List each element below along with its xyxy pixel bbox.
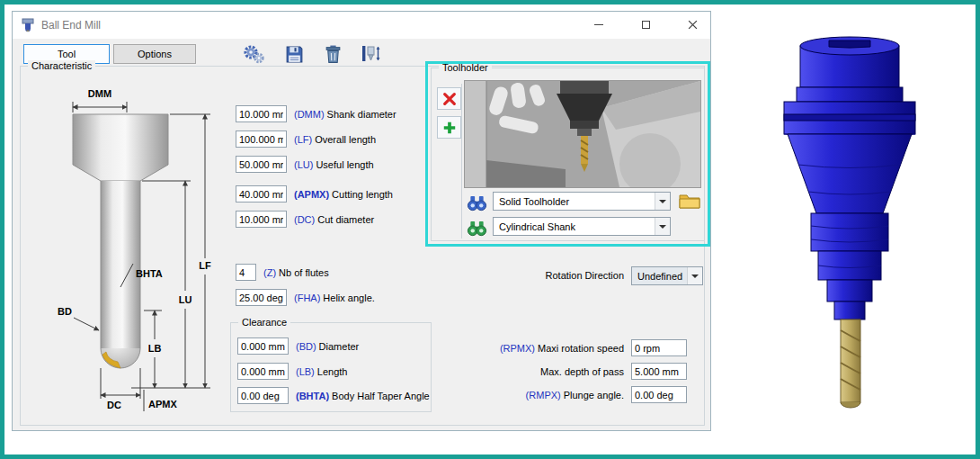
field-code-lf: (LF) xyxy=(294,134,312,145)
overall-length-input[interactable] xyxy=(236,130,287,148)
trash-icon xyxy=(323,44,343,65)
field-text-helix: Helix angle. xyxy=(323,292,374,303)
tab-tool-label: Tool xyxy=(58,49,76,59)
app-icon xyxy=(21,18,35,32)
field-text-dc: Cut diameter xyxy=(317,214,374,225)
toolholder-add-button[interactable] xyxy=(437,116,461,139)
max-depth-of-pass-input[interactable] xyxy=(631,363,687,380)
field-label-flutes: (Z)Nb of flutes xyxy=(263,267,329,278)
gears-icon xyxy=(242,42,265,66)
rmpx-label: (RMPX)Plunge angle. xyxy=(399,390,624,400)
toolholder-divider xyxy=(461,84,462,238)
cut-diameter-input[interactable] xyxy=(236,211,287,228)
field-code-lb: (LB) xyxy=(296,366,315,377)
diagram-label-dc: DC xyxy=(107,400,121,410)
field-label-helix: (FHA)Helix angle. xyxy=(294,292,375,303)
diagram-label-bhta: BHTA xyxy=(136,268,163,279)
body-half-taper-angle-input[interactable] xyxy=(237,387,289,404)
field-text-dmm: Shank diameter xyxy=(327,109,396,120)
red-x-icon xyxy=(442,92,457,106)
binoculars-green-icon xyxy=(466,220,488,237)
shank-select[interactable]: Cylindrical Shank xyxy=(493,217,671,236)
cutting-length-input[interactable] xyxy=(236,185,287,202)
settings-button[interactable] xyxy=(240,41,267,67)
diagram-label-bd: BD xyxy=(58,306,72,317)
shank-browse-button[interactable] xyxy=(465,218,489,238)
toolholder-open-button[interactable] xyxy=(677,190,701,210)
model-viewport[interactable] xyxy=(742,22,967,446)
field-code-dmm: (DMM) xyxy=(294,109,325,120)
maximize-button[interactable] xyxy=(626,12,665,38)
field-row-lb: (LB)Length xyxy=(237,363,347,380)
rotation-direction-select[interactable]: Undefined xyxy=(631,266,703,285)
screenshot-frame: Ball End Mill Tool Options xyxy=(0,0,980,459)
field-text-lu: Useful length xyxy=(316,159,373,170)
field-label-bd: (BD)Diameter xyxy=(296,341,359,352)
plunge-angle-input[interactable] xyxy=(631,386,687,403)
field-label-lu: (LU)Useful length xyxy=(294,159,374,170)
titlebar: Ball End Mill xyxy=(13,12,710,39)
shank-diameter-input[interactable] xyxy=(236,105,287,122)
machine-photo xyxy=(465,81,700,187)
save-button[interactable] xyxy=(281,41,307,67)
field-text-flutes: Nb of flutes xyxy=(279,267,329,278)
tool-dimensions-icon xyxy=(360,43,381,65)
chevron-down-icon xyxy=(655,193,670,210)
field-code-flutes: (Z) xyxy=(263,267,276,278)
tool-diagram: DMM LF LU LB xyxy=(31,82,215,417)
diagram-label-lu: LU xyxy=(179,294,192,305)
field-code-bhta: (BHTA) xyxy=(296,391,329,401)
toolholder-browse-button[interactable] xyxy=(465,193,489,212)
chevron-down-icon xyxy=(687,267,702,284)
field-code-dc: (DC) xyxy=(294,214,315,225)
diagram-label-lf: LF xyxy=(199,260,211,271)
save-icon xyxy=(284,44,305,65)
close-icon xyxy=(688,20,698,30)
field-text-apmx: Cutting length xyxy=(332,189,393,200)
green-plus-icon xyxy=(442,121,457,135)
minimize-button[interactable] xyxy=(579,12,619,38)
max-rotation-speed-input[interactable] xyxy=(631,339,687,356)
tab-options-label: Options xyxy=(138,49,172,59)
toolholder-select[interactable]: Solid Toolholder xyxy=(493,192,671,211)
field-row-lu: (LU)Useful length xyxy=(236,156,374,173)
field-text-lb: Length xyxy=(317,366,348,377)
rpmx-text: Maxi rotation speed xyxy=(538,343,624,354)
clearance-group-label: Clearance xyxy=(238,317,290,328)
flutes-input[interactable] xyxy=(236,264,256,281)
field-row-flutes: (Z)Nb of flutes xyxy=(236,264,329,281)
folder-icon xyxy=(679,192,700,209)
close-button[interactable] xyxy=(673,12,712,38)
delete-button[interactable] xyxy=(319,41,346,67)
rotation-direction-value: Undefined xyxy=(637,271,682,282)
field-row-dc: (DC)Cut diameter xyxy=(236,211,374,228)
field-row-bd: (BD)Diameter xyxy=(237,338,359,355)
clearance-diameter-input[interactable] xyxy=(237,338,289,355)
field-label-dmm: (DMM)Shank diameter xyxy=(294,109,396,120)
helix-angle-input[interactable] xyxy=(236,289,287,306)
characteristic-group-label: Characteristic xyxy=(28,60,95,72)
toolholder-group-label: Toolholder xyxy=(439,62,492,74)
field-code-lu: (LU) xyxy=(294,159,313,170)
tab-options[interactable]: Options xyxy=(113,44,196,64)
tool-data-button[interactable] xyxy=(357,41,384,67)
ball-end-mill-dialog: Ball End Mill Tool Options xyxy=(12,11,711,431)
field-row-dmm: (DMM)Shank diameter xyxy=(236,105,396,122)
toolholder-delete-button[interactable] xyxy=(437,87,461,110)
field-row-lf: (LF)Overall length xyxy=(236,130,376,148)
rpmx-code: (RPMX) xyxy=(500,343,535,354)
useful-length-input[interactable] xyxy=(236,156,287,173)
toolholder-select-value: Solid Toolholder xyxy=(499,196,569,207)
field-code-bd: (BD) xyxy=(296,341,316,352)
field-row-apmx: (APMX)Cutting length xyxy=(236,185,393,202)
clearance-length-input[interactable] xyxy=(237,363,289,380)
depth-of-pass-label: Max. depth of pass xyxy=(399,366,624,377)
diagram-label-lb: LB xyxy=(148,343,162,354)
shank-select-value: Cylindrical Shank xyxy=(499,221,575,232)
toolholder-preview-image xyxy=(464,80,701,188)
depth-text: Max. depth of pass xyxy=(540,366,624,377)
field-text-bd: Diameter xyxy=(319,341,360,352)
field-code-apmx: (APMX) xyxy=(294,189,329,200)
toolholder-3d-model xyxy=(764,33,935,420)
diagram-label-dmm: DMM xyxy=(88,88,111,99)
